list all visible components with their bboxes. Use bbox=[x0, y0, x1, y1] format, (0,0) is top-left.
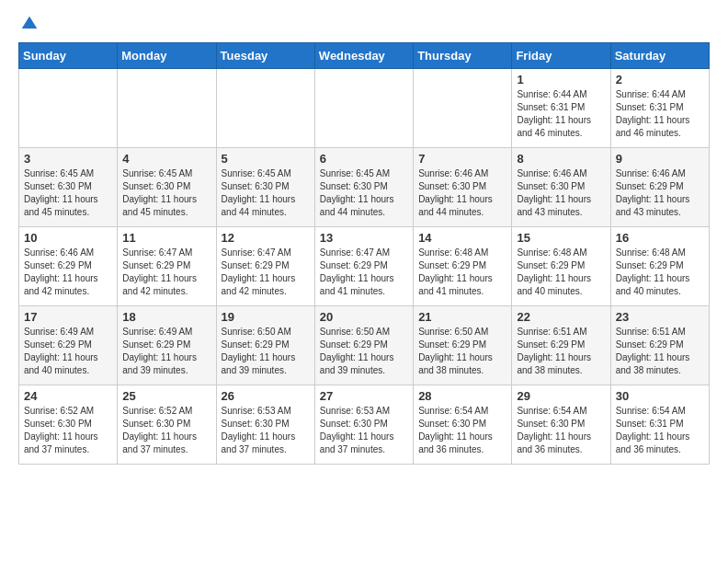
day-cell: 8Sunrise: 6:46 AM Sunset: 6:30 PM Daylig… bbox=[512, 148, 610, 227]
day-cell: 20Sunrise: 6:50 AM Sunset: 6:29 PM Dayli… bbox=[314, 306, 413, 385]
weekday-header-tuesday: Tuesday bbox=[216, 43, 314, 69]
day-info: Sunrise: 6:46 AM Sunset: 6:29 PM Dayligh… bbox=[24, 247, 112, 298]
day-info: Sunrise: 6:51 AM Sunset: 6:29 PM Dayligh… bbox=[616, 326, 704, 377]
day-number: 10 bbox=[24, 231, 112, 245]
day-number: 25 bbox=[122, 389, 210, 403]
day-number: 16 bbox=[616, 231, 704, 245]
day-number: 30 bbox=[616, 389, 704, 403]
day-number: 26 bbox=[222, 389, 310, 403]
day-info: Sunrise: 6:45 AM Sunset: 6:30 PM Dayligh… bbox=[24, 167, 112, 219]
day-cell bbox=[19, 69, 118, 148]
day-number: 19 bbox=[222, 310, 310, 324]
day-cell: 14Sunrise: 6:48 AM Sunset: 6:29 PM Dayli… bbox=[414, 227, 512, 306]
day-number: 4 bbox=[122, 152, 210, 166]
day-cell: 18Sunrise: 6:49 AM Sunset: 6:29 PM Dayli… bbox=[118, 306, 216, 385]
day-number: 14 bbox=[418, 231, 506, 245]
day-cell: 21Sunrise: 6:50 AM Sunset: 6:29 PM Dayli… bbox=[414, 306, 512, 385]
day-info: Sunrise: 6:52 AM Sunset: 6:30 PM Dayligh… bbox=[122, 405, 210, 456]
day-number: 29 bbox=[517, 389, 605, 403]
day-info: Sunrise: 6:54 AM Sunset: 6:30 PM Dayligh… bbox=[418, 405, 506, 456]
day-number: 20 bbox=[320, 310, 408, 324]
day-info: Sunrise: 6:48 AM Sunset: 6:29 PM Dayligh… bbox=[616, 247, 704, 298]
day-info: Sunrise: 6:45 AM Sunset: 6:30 PM Dayligh… bbox=[320, 167, 408, 219]
day-cell: 28Sunrise: 6:54 AM Sunset: 6:30 PM Dayli… bbox=[414, 385, 512, 465]
day-info: Sunrise: 6:48 AM Sunset: 6:29 PM Dayligh… bbox=[517, 247, 605, 298]
day-number: 2 bbox=[616, 73, 704, 86]
day-cell: 12Sunrise: 6:47 AM Sunset: 6:29 PM Dayli… bbox=[216, 227, 314, 306]
day-number: 3 bbox=[24, 152, 112, 166]
day-cell: 29Sunrise: 6:54 AM Sunset: 6:30 PM Dayli… bbox=[512, 385, 610, 465]
svg-marker-0 bbox=[22, 17, 38, 29]
week-row-2: 10Sunrise: 6:46 AM Sunset: 6:29 PM Dayli… bbox=[19, 227, 710, 306]
day-cell: 9Sunrise: 6:46 AM Sunset: 6:29 PM Daylig… bbox=[610, 148, 709, 227]
calendar: SundayMondayTuesdayWednesdayThursdayFrid… bbox=[18, 42, 710, 465]
day-number: 18 bbox=[122, 310, 210, 324]
day-info: Sunrise: 6:53 AM Sunset: 6:30 PM Dayligh… bbox=[222, 405, 310, 456]
day-info: Sunrise: 6:54 AM Sunset: 6:30 PM Dayligh… bbox=[517, 405, 605, 456]
day-number: 21 bbox=[418, 310, 506, 324]
day-number: 28 bbox=[418, 389, 506, 403]
logo-icon bbox=[20, 15, 39, 33]
day-info: Sunrise: 6:50 AM Sunset: 6:29 PM Dayligh… bbox=[222, 326, 310, 377]
weekday-header-saturday: Saturday bbox=[610, 43, 709, 69]
day-cell bbox=[414, 69, 512, 148]
day-number: 9 bbox=[616, 152, 704, 166]
day-number: 8 bbox=[517, 152, 605, 166]
day-number: 22 bbox=[517, 310, 605, 324]
day-number: 6 bbox=[320, 152, 408, 166]
day-number: 17 bbox=[24, 310, 112, 324]
day-number: 5 bbox=[222, 152, 310, 166]
day-cell bbox=[216, 69, 314, 148]
week-row-1: 3Sunrise: 6:45 AM Sunset: 6:30 PM Daylig… bbox=[19, 148, 710, 227]
week-row-3: 17Sunrise: 6:49 AM Sunset: 6:29 PM Dayli… bbox=[19, 306, 710, 385]
day-cell: 17Sunrise: 6:49 AM Sunset: 6:29 PM Dayli… bbox=[19, 306, 118, 385]
day-number: 11 bbox=[122, 231, 210, 245]
day-number: 24 bbox=[24, 389, 112, 403]
day-info: Sunrise: 6:49 AM Sunset: 6:29 PM Dayligh… bbox=[24, 326, 112, 377]
day-info: Sunrise: 6:47 AM Sunset: 6:29 PM Dayligh… bbox=[122, 247, 210, 298]
day-number: 12 bbox=[222, 231, 310, 245]
day-number: 7 bbox=[418, 152, 506, 166]
day-info: Sunrise: 6:46 AM Sunset: 6:29 PM Dayligh… bbox=[616, 167, 704, 219]
day-cell: 11Sunrise: 6:47 AM Sunset: 6:29 PM Dayli… bbox=[118, 227, 216, 306]
day-cell: 5Sunrise: 6:45 AM Sunset: 6:30 PM Daylig… bbox=[216, 148, 314, 227]
day-cell: 3Sunrise: 6:45 AM Sunset: 6:30 PM Daylig… bbox=[19, 148, 118, 227]
day-info: Sunrise: 6:51 AM Sunset: 6:29 PM Dayligh… bbox=[517, 326, 605, 377]
day-cell: 22Sunrise: 6:51 AM Sunset: 6:29 PM Dayli… bbox=[512, 306, 610, 385]
day-cell: 23Sunrise: 6:51 AM Sunset: 6:29 PM Dayli… bbox=[610, 306, 709, 385]
day-cell: 15Sunrise: 6:48 AM Sunset: 6:29 PM Dayli… bbox=[512, 227, 610, 306]
day-cell: 19Sunrise: 6:50 AM Sunset: 6:29 PM Dayli… bbox=[216, 306, 314, 385]
day-number: 13 bbox=[320, 231, 408, 245]
day-info: Sunrise: 6:50 AM Sunset: 6:29 PM Dayligh… bbox=[320, 326, 408, 377]
week-row-4: 24Sunrise: 6:52 AM Sunset: 6:30 PM Dayli… bbox=[19, 385, 710, 465]
day-info: Sunrise: 6:47 AM Sunset: 6:29 PM Dayligh… bbox=[222, 247, 310, 298]
day-cell: 10Sunrise: 6:46 AM Sunset: 6:29 PM Dayli… bbox=[19, 227, 118, 306]
day-info: Sunrise: 6:48 AM Sunset: 6:29 PM Dayligh… bbox=[418, 247, 506, 298]
page: SundayMondayTuesdayWednesdayThursdayFrid… bbox=[0, 0, 728, 479]
day-cell: 6Sunrise: 6:45 AM Sunset: 6:30 PM Daylig… bbox=[314, 148, 413, 227]
weekday-header-sunday: Sunday bbox=[19, 43, 118, 69]
day-cell bbox=[314, 69, 413, 148]
header bbox=[18, 15, 710, 33]
day-number: 27 bbox=[320, 389, 408, 403]
day-info: Sunrise: 6:52 AM Sunset: 6:30 PM Dayligh… bbox=[24, 405, 112, 456]
day-cell bbox=[118, 69, 216, 148]
day-cell: 2Sunrise: 6:44 AM Sunset: 6:31 PM Daylig… bbox=[610, 69, 709, 148]
day-cell: 30Sunrise: 6:54 AM Sunset: 6:31 PM Dayli… bbox=[610, 385, 709, 465]
day-info: Sunrise: 6:45 AM Sunset: 6:30 PM Dayligh… bbox=[222, 167, 310, 219]
weekday-header-monday: Monday bbox=[118, 43, 216, 69]
day-cell: 27Sunrise: 6:53 AM Sunset: 6:30 PM Dayli… bbox=[314, 385, 413, 465]
day-info: Sunrise: 6:47 AM Sunset: 6:29 PM Dayligh… bbox=[320, 247, 408, 298]
day-info: Sunrise: 6:44 AM Sunset: 6:31 PM Dayligh… bbox=[616, 88, 704, 140]
day-info: Sunrise: 6:46 AM Sunset: 6:30 PM Dayligh… bbox=[418, 167, 506, 219]
day-number: 1 bbox=[517, 73, 605, 86]
day-number: 23 bbox=[616, 310, 704, 324]
weekday-header-friday: Friday bbox=[512, 43, 610, 69]
day-info: Sunrise: 6:50 AM Sunset: 6:29 PM Dayligh… bbox=[418, 326, 506, 377]
day-info: Sunrise: 6:46 AM Sunset: 6:30 PM Dayligh… bbox=[517, 167, 605, 219]
day-number: 15 bbox=[517, 231, 605, 245]
day-cell: 4Sunrise: 6:45 AM Sunset: 6:30 PM Daylig… bbox=[118, 148, 216, 227]
weekday-header-thursday: Thursday bbox=[414, 43, 512, 69]
day-cell: 25Sunrise: 6:52 AM Sunset: 6:30 PM Dayli… bbox=[118, 385, 216, 465]
day-info: Sunrise: 6:49 AM Sunset: 6:29 PM Dayligh… bbox=[122, 326, 210, 377]
